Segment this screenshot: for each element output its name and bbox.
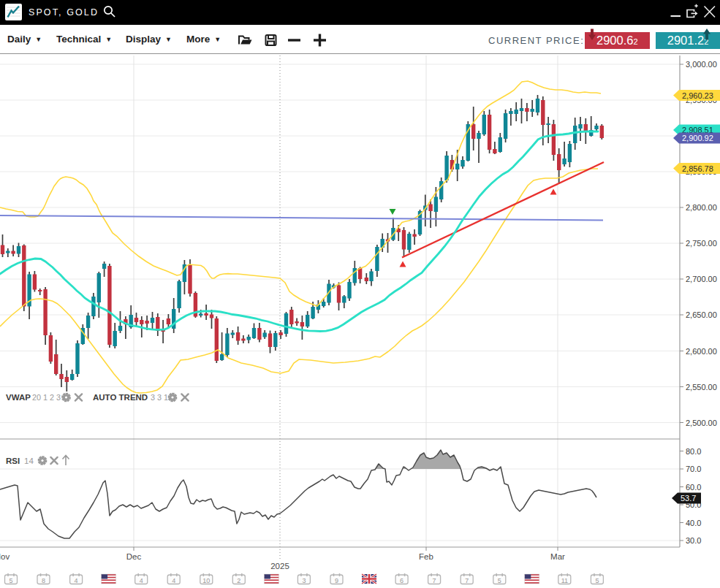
svg-text:AUTO TREND: AUTO TREND <box>93 393 148 402</box>
svg-text:2,550.00: 2,550.00 <box>686 383 717 392</box>
svg-text:2,900.92: 2,900.92 <box>682 134 713 142</box>
svg-text:6: 6 <box>400 577 403 584</box>
svg-text:3: 3 <box>302 577 306 584</box>
svg-text:VWAP: VWAP <box>6 393 31 402</box>
svg-text:70.0: 70.0 <box>686 465 701 473</box>
svg-text:2,650.00: 2,650.00 <box>686 310 717 319</box>
svg-text:53.7: 53.7 <box>681 494 696 503</box>
svg-text:2,960.23: 2,960.23 <box>682 91 713 100</box>
svg-text:2,600.00: 2,600.00 <box>686 347 717 356</box>
svg-text:RSI: RSI <box>6 457 20 465</box>
svg-text:2,856.78: 2,856.78 <box>682 164 713 173</box>
svg-text:11: 11 <box>561 577 568 584</box>
svg-text:80.0: 80.0 <box>686 447 701 456</box>
svg-text:5: 5 <box>9 577 12 584</box>
svg-text:3 3 1: 3 3 1 <box>151 393 168 402</box>
svg-text:4: 4 <box>172 577 175 584</box>
svg-text:10: 10 <box>202 577 210 584</box>
svg-text:9: 9 <box>335 577 338 584</box>
svg-text:2,700.00: 2,700.00 <box>686 275 717 283</box>
svg-text:40.0: 40.0 <box>686 519 701 527</box>
svg-text:2025: 2025 <box>270 562 289 570</box>
svg-text:20 1 2 3: 20 1 2 3 <box>32 393 61 402</box>
svg-text:2,500.00: 2,500.00 <box>686 419 717 427</box>
svg-text:4: 4 <box>75 577 78 584</box>
svg-text:Dec: Dec <box>126 552 142 561</box>
svg-text:14: 14 <box>24 457 34 465</box>
svg-text:2,800.00: 2,800.00 <box>686 203 717 212</box>
svg-text:7: 7 <box>465 577 469 584</box>
svg-text:3,000.00: 3,000.00 <box>686 60 717 69</box>
svg-text:60.0: 60.0 <box>686 483 701 492</box>
svg-text:Nov: Nov <box>0 552 10 561</box>
svg-text:7: 7 <box>433 577 436 584</box>
svg-text:4: 4 <box>140 577 143 584</box>
svg-text:5: 5 <box>498 577 501 584</box>
svg-text:30.0: 30.0 <box>686 536 701 545</box>
svg-text:2: 2 <box>237 577 240 584</box>
svg-text:5: 5 <box>595 577 599 584</box>
svg-text:2,750.00: 2,750.00 <box>686 239 717 248</box>
svg-text:8: 8 <box>42 577 45 584</box>
svg-text:Feb: Feb <box>419 552 433 561</box>
svg-text:Mar: Mar <box>550 552 565 561</box>
